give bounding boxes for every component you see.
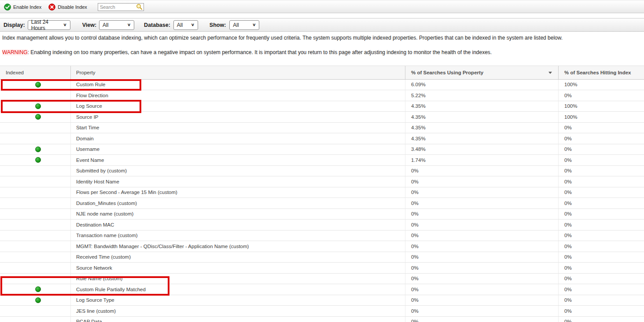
indexed-dot-icon [35,297,41,303]
cell-property: Identity Host Name [70,176,405,187]
cell-property: Custom Rule [70,80,405,90]
cell-hitting: 0% [558,133,644,144]
cell-property: Duration_Minutes (custom) [70,198,405,209]
cell-indexed [0,80,70,90]
cell-using: 4.35% [405,123,558,133]
cell-using: 0% [405,220,558,230]
cell-indexed [0,166,70,176]
cell-using: 0% [405,252,558,263]
table-row[interactable]: Flows per Second - Average 15 Min (custo… [0,187,644,198]
cell-property: Received Time (custom) [70,252,405,263]
disable-index-button[interactable]: Disable Index [48,4,87,11]
cell-using: 4.35% [405,133,558,144]
display-label: Display: [4,22,25,28]
database-select[interactable]: All ∨ [173,20,198,30]
table-row[interactable]: JES line (custom) 0% 0% [0,306,644,317]
cell-indexed [0,187,70,198]
table-row[interactable]: Custom Rule 6.09% 100% [0,80,644,91]
table-row[interactable]: PCAP Data 0% 0% [0,317,644,322]
cell-using: 0% [405,176,558,187]
cell-property: Flow Direction [70,90,405,101]
table-row[interactable]: Identity Host Name 0% 0% [0,176,644,187]
cell-using: 0% [405,198,558,209]
enable-index-button[interactable]: Enable Index [4,4,41,11]
column-header-using-label: % of Searches Using Property [411,70,483,75]
show-label: Show: [210,22,226,28]
column-header-hitting[interactable]: % of Searches Hitting Index [558,66,644,79]
cell-indexed [0,133,70,144]
cell-indexed [0,90,70,101]
cell-indexed [0,231,70,241]
database-label: Database: [144,22,170,28]
sort-descending-icon [548,72,552,74]
table-row[interactable]: Custom Rule Partially Matched 0% 0% [0,284,644,295]
search-box [98,3,144,11]
cell-hitting: 0% [558,284,644,295]
show-select-value: All [233,22,239,28]
cell-indexed [0,123,70,133]
cell-using: 6.09% [405,80,558,90]
toolbar: Enable Index Disable Index [0,0,644,13]
column-header-property[interactable]: Property [70,66,405,79]
chevron-down-icon: ∨ [191,22,195,27]
cell-hitting: 100% [558,112,644,122]
cell-indexed [0,284,70,295]
table-body: Custom Rule 6.09% 100% Flow Direction 5.… [0,80,644,322]
cell-hitting: 0% [558,198,644,209]
cell-hitting: 0% [558,123,644,133]
table-row[interactable]: Domain 4.35% 0% [0,133,644,144]
cell-indexed [0,209,70,220]
cell-property: Submitted by (custom) [70,166,405,176]
cell-property: Log Source [70,101,405,112]
display-select[interactable]: Last 24 Hours ∨ [28,20,70,30]
table-row[interactable]: Destination MAC 0% 0% [0,220,644,231]
table-row[interactable]: Source IP 4.35% 100% [0,112,644,123]
cell-hitting: 100% [558,101,644,112]
show-select[interactable]: All ∨ [229,20,259,30]
table-row[interactable]: Rule Name (custom) 0% 0% [0,274,644,285]
cell-using: 0% [405,295,558,306]
database-select-value: All [177,22,183,28]
table-row[interactable]: Source Network 0% 0% [0,263,644,274]
column-header-indexed[interactable]: Indexed [0,66,70,79]
cell-hitting: 0% [558,209,644,220]
cell-hitting: 0% [558,90,644,101]
column-header-using[interactable]: % of Searches Using Property [405,66,558,79]
cell-using: 1.74% [405,155,558,165]
table-row[interactable]: Start Time 4.35% 0% [0,123,644,134]
cell-property: MGMT: Bandwidth Manager - QDisc/Class/Fi… [70,241,405,252]
chevron-down-icon: ∨ [127,22,131,27]
table-row[interactable]: Log Source Type 0% 0% [0,295,644,306]
cell-hitting: 0% [558,155,644,165]
table-row[interactable]: Duration_Minutes (custom) 0% 0% [0,198,644,209]
table-row[interactable]: Received Time (custom) 0% 0% [0,252,644,263]
table-row[interactable]: Log Source 4.35% 100% [0,101,644,112]
view-select[interactable]: All ∨ [99,20,134,30]
cell-property: NJE node name (custom) [70,209,405,220]
cell-hitting: 0% [558,166,644,176]
table-row[interactable]: Username 3.48% 0% [0,144,644,155]
cell-property: PCAP Data [70,317,405,322]
warning-body: : Enabling indexing on too many properti… [28,49,492,55]
cell-property: Source IP [70,112,405,122]
cell-hitting: 0% [558,274,644,284]
table-row[interactable]: NJE node name (custom) 0% 0% [0,209,644,220]
cell-indexed [0,198,70,209]
search-icon[interactable] [136,4,143,12]
view-label: View: [82,22,96,28]
cell-indexed [0,220,70,230]
enable-index-label: Enable Index [13,4,41,10]
cell-using: 4.35% [405,112,558,122]
cell-using: 4.35% [405,101,558,112]
cell-hitting: 0% [558,176,644,187]
table-row[interactable]: MGMT: Bandwidth Manager - QDisc/Class/Fi… [0,241,644,252]
table-row[interactable]: Submitted by (custom) 0% 0% [0,166,644,177]
index-table: Indexed Property % of Searches Using Pro… [0,66,644,322]
table-row[interactable]: Flow Direction 5.22% 0% [0,90,644,101]
table-row[interactable]: Event Name 1.74% 0% [0,155,644,166]
table-row[interactable]: Transaction name (custom) 0% 0% [0,231,644,242]
cell-property: Start Time [70,123,405,133]
cell-using: 0% [405,274,558,284]
cell-using: 0% [405,306,558,316]
table-header: Indexed Property % of Searches Using Pro… [0,66,644,80]
